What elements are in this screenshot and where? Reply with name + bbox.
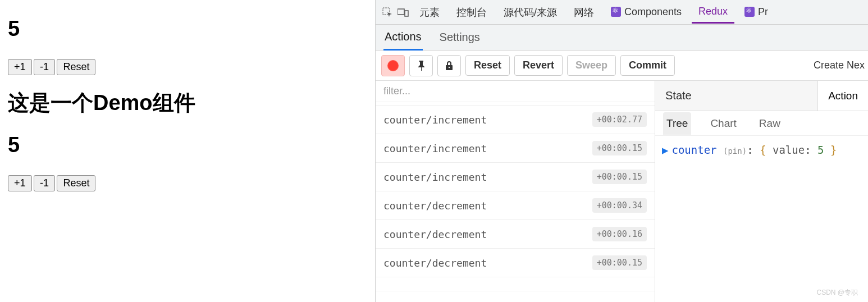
redux-body: counter/increment+00:02.77 counter/incre… [376, 81, 868, 302]
state-column: State Action Tree Chart Raw ▶counter (pi… [655, 81, 868, 302]
view-tab-raw[interactable]: Raw [756, 112, 784, 135]
state-header: State Action [655, 81, 868, 111]
view-tab-tree[interactable]: Tree [663, 112, 691, 135]
action-timestamp: +00:00.34 [592, 198, 647, 213]
commit-button[interactable]: Commit [620, 55, 675, 76]
state-view-tabs: Tree Chart Raw [655, 111, 868, 136]
tab-components[interactable]: Components [604, 2, 688, 22]
pin-button[interactable] [409, 55, 433, 76]
increment-button[interactable]: +1 [8, 59, 32, 75]
button-row-2: +1 -1 Reset [8, 175, 367, 191]
actions-column: counter/increment+00:02.77 counter/incre… [376, 81, 655, 302]
svg-rect-2 [405, 11, 408, 16]
tab-network[interactable]: 网络 [567, 1, 601, 24]
tree-key: counter [671, 144, 716, 156]
expand-arrow-icon[interactable]: ▶ [662, 144, 668, 156]
action-name: counter/increment [383, 171, 487, 183]
record-icon [387, 60, 399, 71]
action-item[interactable]: counter/increment+00:02.77 [376, 106, 655, 134]
action-list[interactable]: counter/increment+00:02.77 counter/incre… [376, 102, 655, 302]
action-timestamp: +00:00.16 [592, 227, 647, 241]
tab-profiler[interactable]: Pr [738, 2, 775, 22]
react-icon [611, 7, 621, 17]
counter-display-1: 5 [8, 17, 367, 41]
inspect-icon[interactable] [381, 6, 394, 19]
tab-console[interactable]: 控制台 [450, 1, 494, 24]
devtools-panel: 元素 控制台 源代码/来源 网络 Components Redux Pr Act… [375, 0, 868, 302]
action-name: counter/decrement [383, 228, 487, 240]
revert-button[interactable]: Revert [514, 55, 563, 76]
action-item[interactable] [376, 277, 655, 291]
svg-rect-1 [398, 9, 404, 15]
react-icon [744, 7, 755, 17]
redux-subtabs: Actions Settings [376, 25, 868, 51]
action-name: counter/decrement [383, 257, 487, 269]
action-name: counter/increment [383, 114, 487, 126]
action-timestamp: +00:00.15 [592, 170, 647, 184]
tab-redux[interactable]: Redux [692, 1, 734, 24]
pin-icon [417, 61, 426, 71]
action-item[interactable]: counter/decrement+00:00.34 [376, 191, 655, 220]
view-tab-chart[interactable]: Chart [707, 112, 739, 135]
action-timestamp: +00:00.15 [592, 141, 647, 155]
filter-row [376, 81, 655, 102]
tree-value: 5 [817, 144, 824, 156]
filter-input[interactable] [383, 85, 647, 97]
demo-component-title: 这是一个Demo组件 [8, 89, 367, 117]
svg-point-4 [449, 66, 450, 67]
state-tree[interactable]: ▶counter (pin): { value: 5 } [655, 136, 868, 164]
button-row-1: +1 -1 Reset [8, 59, 367, 75]
subtab-actions[interactable]: Actions [383, 25, 423, 51]
tree-prop: value [773, 144, 805, 156]
reset-button[interactable]: Reset [57, 175, 95, 191]
action-item[interactable]: counter/decrement+00:00.15 [376, 249, 655, 277]
sweep-button[interactable]: Sweep [567, 55, 616, 76]
tab-elements[interactable]: 元素 [413, 1, 446, 24]
action-item[interactable]: counter/increment+00:00.15 [376, 134, 655, 163]
action-view-button[interactable]: Action [817, 81, 868, 111]
reset-button[interactable]: Reset [465, 55, 510, 76]
tree-pin[interactable]: (pin) [723, 147, 747, 155]
tab-sources[interactable]: 源代码/来源 [497, 1, 564, 24]
devtools-topbar: 元素 控制台 源代码/来源 网络 Components Redux Pr [376, 0, 868, 25]
device-icon[interactable] [397, 6, 409, 19]
increment-button[interactable]: +1 [8, 175, 32, 191]
action-timestamp: +00:02.77 [592, 112, 647, 127]
action-name: counter/increment [383, 143, 487, 154]
action-item[interactable]: counter/increment+00:00.15 [376, 163, 655, 191]
tab-profiler-label: Pr [758, 6, 768, 17]
lock-icon [445, 61, 454, 71]
create-new-button[interactable]: Create Nex [814, 60, 865, 71]
decrement-button[interactable]: -1 [34, 59, 55, 75]
tab-components-label: Components [624, 6, 682, 17]
action-timestamp: +00:00.15 [592, 255, 647, 270]
watermark: CSDN @专职 [816, 288, 858, 298]
record-button[interactable] [381, 55, 405, 76]
lock-button[interactable] [437, 55, 461, 76]
reset-button[interactable]: Reset [57, 59, 95, 75]
app-preview: 5 +1 -1 Reset 这是一个Demo组件 5 +1 -1 Reset [0, 0, 375, 302]
action-name: counter/decrement [383, 200, 487, 212]
state-label: State [665, 89, 692, 102]
subtab-settings[interactable]: Settings [438, 25, 481, 49]
redux-toolbar: Reset Revert Sweep Commit Create Nex [376, 51, 868, 81]
decrement-button[interactable]: -1 [34, 175, 55, 191]
action-item[interactable]: counter/decrement+00:00.16 [376, 220, 655, 249]
counter-display-2: 5 [8, 133, 367, 157]
